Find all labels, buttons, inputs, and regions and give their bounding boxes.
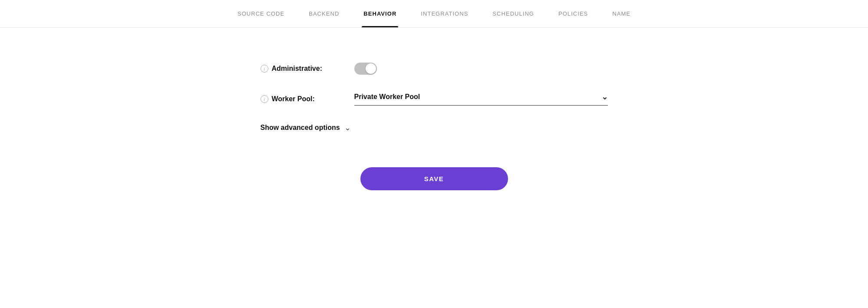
administrative-toggle[interactable] <box>354 63 377 75</box>
show-advanced-options-row[interactable]: Show advanced options ⌄ <box>261 123 608 132</box>
administrative-toggle-wrapper <box>354 63 608 75</box>
advanced-options-label: Show advanced options <box>261 124 340 132</box>
worker-pool-value[interactable]: Private Worker Pool ⌄ <box>354 92 608 102</box>
worker-pool-chevron-icon: ⌄ <box>601 92 608 102</box>
worker-pool-dropdown[interactable]: Private Worker Pool ⌄ <box>354 92 608 106</box>
worker-pool-label: Worker Pool: <box>272 95 315 103</box>
save-button[interactable]: SAVE <box>360 167 508 190</box>
tab-scheduling[interactable]: SCHEDULING <box>491 0 536 27</box>
tab-integrations[interactable]: INTEGRATIONS <box>419 0 470 27</box>
worker-pool-info-icon[interactable]: i <box>261 95 268 103</box>
tab-source-code[interactable]: SOURCE CODE <box>236 0 286 27</box>
form-section: i Administrative: i Worker Pool: <box>261 63 608 132</box>
toggle-knob <box>366 63 376 74</box>
tab-behavior[interactable]: BEHAVIOR <box>362 0 398 27</box>
tab-policies[interactable]: POLICIES <box>557 0 590 27</box>
advanced-options-chevron-icon: ⌄ <box>344 123 351 132</box>
tab-name[interactable]: NAME <box>611 0 632 27</box>
main-content: i Administrative: i Worker Pool: <box>174 28 695 216</box>
tab-navigation: SOURCE CODE BACKEND BEHAVIOR INTEGRATION… <box>0 0 868 28</box>
administrative-info-icon[interactable]: i <box>261 65 268 73</box>
administrative-row: i Administrative: <box>261 63 608 75</box>
worker-pool-row: i Worker Pool: Private Worker Pool ⌄ <box>261 92 608 106</box>
worker-pool-select-wrapper: Private Worker Pool ⌄ <box>354 92 608 106</box>
tab-backend[interactable]: BACKEND <box>307 0 341 27</box>
save-button-wrapper: SAVE <box>261 167 608 190</box>
worker-pool-label-group: i Worker Pool: <box>261 95 347 103</box>
administrative-label: Administrative: <box>272 65 322 73</box>
administrative-label-group: i Administrative: <box>261 65 347 73</box>
